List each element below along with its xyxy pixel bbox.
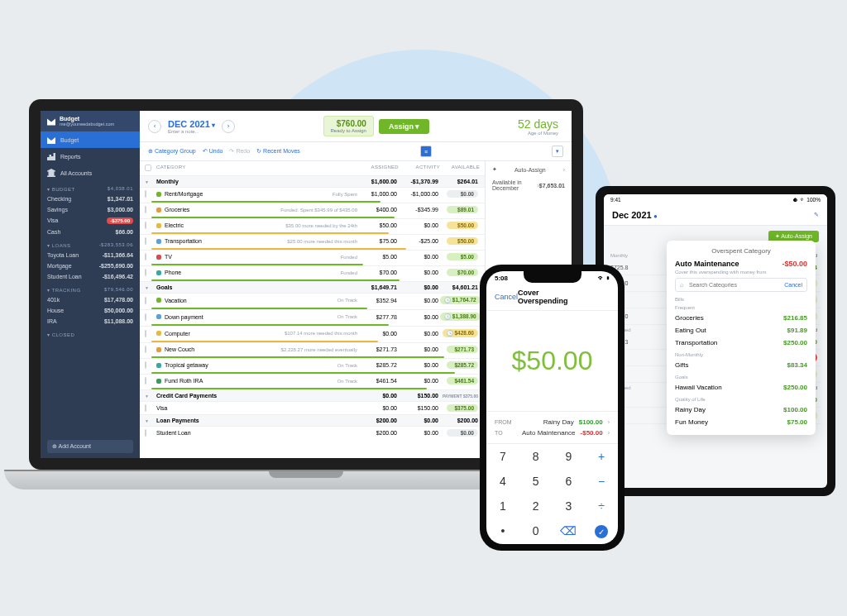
collapse-button[interactable]: ▾	[552, 146, 563, 157]
category-row[interactable]: PhoneFunded$70.00$0.00$70.00	[140, 265, 485, 279]
keypad-÷[interactable]: ÷	[585, 494, 618, 518]
category-group-row[interactable]: ▼Goals$1,649.71$0.00$4,601.21	[140, 281, 485, 293]
category-row[interactable]: Computer$107.14 more needed this month$0…	[140, 326, 485, 340]
recent-moves-button[interactable]: ↻ Recent Moves	[256, 148, 300, 155]
category-row[interactable]: Down paymentOn Track$277.78$0.00🕓 $1,388…	[140, 309, 485, 323]
row-checkbox[interactable]	[145, 297, 146, 304]
sidebar-account[interactable]: Toyota Loan-$11,366.64	[41, 250, 140, 260]
sidebar-account[interactable]: Cash$66.00	[41, 227, 140, 237]
keypad-+[interactable]: +	[585, 444, 618, 469]
popup-category-option[interactable]: Groceries$216.85	[675, 312, 807, 324]
row-checkbox[interactable]	[145, 269, 146, 276]
popup-category-option[interactable]: Rainy Day$100.00	[675, 404, 807, 416]
keypad-6[interactable]: 6	[553, 469, 586, 494]
popup-category-option[interactable]: Transportation$250.00	[675, 337, 807, 349]
redo-button[interactable]: ↷ Redo	[229, 148, 250, 155]
category-row[interactable]: Fund Roth IRAOn Track$461.54$0.00$461.54	[140, 374, 485, 387]
sidebar-account[interactable]: Savings$3,000.00	[41, 204, 140, 215]
keypad-5[interactable]: 5	[519, 469, 553, 494]
keypad-8[interactable]: 8	[519, 444, 553, 469]
keypad-9[interactable]: 9	[553, 444, 586, 469]
tablet-edit-button[interactable]: ✎	[814, 212, 819, 218]
view-toggle-button[interactable]: ≡	[420, 146, 432, 157]
sidebar-nav-all-accounts[interactable]: All Accounts	[41, 165, 140, 181]
category-row[interactable]: Rent/MortgageFully Spent$1,000.00-$1,000…	[140, 187, 485, 200]
row-checkbox[interactable]	[145, 377, 146, 384]
row-checkbox[interactable]	[145, 253, 146, 260]
category-row[interactable]: Student Loan$200.00$0.00$0.00	[140, 426, 485, 439]
add-category-group[interactable]: ⊕ Category Group	[148, 148, 196, 155]
category-group-row[interactable]: ▼Loan Payments$200.00$0.00$200.00	[140, 414, 485, 426]
keypad-⌫[interactable]: ⌫	[553, 518, 586, 545]
category-row[interactable]: GroceriesFunded. Spent $345.99 of $435.0…	[140, 203, 485, 216]
row-checkbox[interactable]	[145, 330, 146, 337]
keypad-7[interactable]: 7	[486, 444, 519, 469]
row-checkbox[interactable]	[145, 346, 146, 353]
category-row[interactable]: VacationOn Track$352.94$0.00🕓 $1,764.72	[140, 293, 485, 307]
popup-search[interactable]: ⌕ Cancel	[675, 278, 807, 292]
row-checkbox[interactable]	[145, 206, 146, 213]
row-checkbox[interactable]	[145, 313, 146, 321]
sidebar-account[interactable]: Mortgage-$255,690.00	[41, 260, 140, 271]
tablet-month[interactable]: Dec 2021	[612, 210, 652, 220]
keypad-−[interactable]: −	[585, 469, 618, 494]
popup-group-label: Non-Monthly	[675, 352, 807, 357]
from-row[interactable]: FROMRainy Day$100.00›	[495, 417, 610, 427]
row-checkbox[interactable]	[145, 237, 146, 245]
sidebar-account[interactable]: Checking$1,347.01	[41, 193, 140, 204]
category-row[interactable]: Transportation$25.00 more needed this mo…	[140, 234, 485, 247]
popup-category-option[interactable]: Eating Out$91.89	[675, 324, 807, 337]
category-row[interactable]: New Couch$2,228.27 more needed eventuall…	[140, 342, 485, 356]
sidebar-account[interactable]: Visa-$375.00	[41, 215, 140, 227]
keypad-done[interactable]: ✓	[585, 518, 618, 545]
category-row[interactable]: Electric$35.00 more needed by the 24th$5…	[140, 218, 485, 232]
category-row[interactable]: TVFunded$5.00$0.00$5.00	[140, 250, 485, 263]
keypad-•[interactable]: •	[486, 518, 519, 545]
row-checkbox[interactable]	[145, 190, 146, 198]
sidebar-budget-header[interactable]: Budget me@youneedabudget.com	[41, 111, 140, 131]
keypad-2[interactable]: 2	[519, 494, 553, 518]
category-group-row[interactable]: ▼Monthly$1,600.00-$1,370.99$264.01	[140, 175, 485, 187]
row-checkbox[interactable]	[145, 404, 146, 412]
sidebar-section-tracking[interactable]: ▾ TRACKING$79,546.00	[41, 282, 140, 294]
row-checkbox[interactable]	[145, 429, 146, 437]
sidebar-nav-reports[interactable]: Reports	[41, 148, 140, 165]
row-checkbox[interactable]	[145, 361, 146, 369]
row-checkbox[interactable]	[145, 222, 146, 229]
category-row[interactable]: Tropical getawayOn Track$285.72$0.00$285…	[140, 358, 485, 371]
prev-month-button[interactable]: ‹	[148, 120, 161, 133]
sidebar-account[interactable]: House$50,000.00	[41, 305, 140, 316]
sidebar-section-closed[interactable]: ▾ CLOSED	[41, 327, 140, 339]
add-account-button[interactable]: ⊕ Add Account	[47, 440, 133, 453]
keypad-0[interactable]: 0	[519, 518, 553, 545]
undo-button[interactable]: ↶ Undo	[203, 148, 223, 155]
popup-category-option[interactable]: Gifts$83.34	[675, 359, 807, 371]
assign-button[interactable]: Assign ▾	[379, 119, 430, 134]
available-in-month[interactable]: Available in December › $7,653.01	[492, 179, 565, 191]
popup-category-option[interactable]: Fun Money$75.00	[675, 416, 807, 428]
sidebar-section-loans[interactable]: ▾ LOANS-$283,553.06	[41, 237, 140, 250]
sidebar-account[interactable]: IRA$11,088.00	[41, 316, 140, 327]
to-row[interactable]: TOAuto Maintenance-$50.00›	[495, 427, 610, 438]
month-selector[interactable]: DEC 2021	[168, 119, 210, 129]
sidebar-nav-budget[interactable]: Budget	[41, 131, 140, 148]
popup-search-input[interactable]	[687, 281, 781, 289]
keypad-3[interactable]: 3	[553, 494, 586, 518]
month-note[interactable]: Enter a note...	[168, 129, 215, 134]
popup-cancel[interactable]: Cancel	[784, 282, 802, 288]
budget-grid: CATEGORY ASSIGNED ACTIVITY AVAILABLE ▼Mo…	[140, 161, 485, 458]
phone-cancel-button[interactable]: Cancel	[495, 293, 518, 301]
sidebar-account[interactable]: 401k$17,478.00	[41, 294, 140, 305]
popup-category-option[interactable]: Hawaii Vacation$250.00	[675, 381, 807, 394]
popup-group-label: Quality of Life	[675, 397, 807, 402]
keypad-4[interactable]: 4	[486, 469, 519, 494]
sidebar-account[interactable]: Student Loan-$16,496.42	[41, 271, 140, 282]
next-month-button[interactable]: ›	[222, 120, 235, 133]
sidebar-section-budget[interactable]: ▾ BUDGET$4,038.01	[41, 181, 140, 193]
envelope-icon	[47, 117, 55, 126]
keypad-1[interactable]: 1	[486, 494, 519, 518]
category-row[interactable]: Visa$0.00$150.00$375.00	[140, 401, 485, 414]
auto-assign-link[interactable]: ✦ Auto-Assign›	[492, 166, 565, 173]
select-all-checkbox[interactable]	[145, 165, 151, 171]
category-group-row[interactable]: ▼Credit Card Payments$0.00$150.00PAYMENT…	[140, 389, 485, 401]
